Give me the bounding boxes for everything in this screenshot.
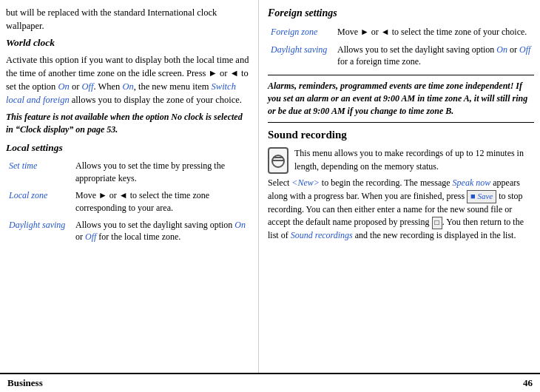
off-text: Off	[81, 81, 93, 92]
on-text2: On	[122, 81, 133, 92]
new-link: <New>	[291, 178, 320, 188]
intro-text: but will be replaced with the standard I…	[6, 6, 249, 33]
foreign-zone-label: Foreign zone	[268, 24, 334, 41]
foreign-settings-heading: Foreign settings	[268, 6, 534, 21]
daylight-saving-foreign-label: Daylight saving	[268, 41, 334, 71]
on-text: On	[58, 81, 69, 92]
notice-text: This feature is not available when the o…	[6, 112, 243, 135]
notice-block: This feature is not available when the o…	[6, 111, 249, 136]
switch-link: Switch local and foreign	[6, 81, 236, 105]
local-zone-desc: Move ► or ◄ to select the time zone corr…	[72, 187, 249, 217]
save-button-ref: ■ Save	[467, 190, 496, 203]
sound-recording-heading: Sound recording	[268, 127, 534, 143]
footer: Business 46	[0, 373, 540, 392]
icon-lines	[273, 157, 283, 161]
foreign-zone-desc: Move ► or ◄ to select the time zone of y…	[334, 24, 534, 41]
sound-recording-section: Sound recording This menu allows you to …	[268, 127, 534, 242]
footer-right: 46	[523, 377, 533, 389]
icon-line	[273, 157, 283, 158]
table-row: Daylight saving Allows you to set the da…	[6, 217, 249, 246]
footer-left: Business	[7, 377, 43, 389]
daylight-saving-label: Daylight saving	[6, 217, 72, 246]
set-time-label: Set time	[6, 158, 72, 187]
local-zone-label: Local zone	[6, 187, 72, 217]
local-settings-table: Set time Allows you to set the time by p…	[6, 158, 249, 246]
icon-line	[273, 160, 283, 161]
daylight-saving-desc: Allows you to set the daylight saving op…	[72, 217, 249, 246]
alarms-notice: Alarms, reminders, programmed events are…	[268, 80, 534, 117]
sound-recording-text2: Select <New> to begin the recording. The…	[268, 177, 534, 242]
sound-recordings-link: Sound recordings	[291, 230, 353, 240]
sound-recording-text1: This menu allows you to make recordings …	[294, 147, 534, 173]
table-row: Set time Allows you to set the time by p…	[6, 158, 249, 187]
set-time-desc: Allows you to set the time by pressing t…	[72, 158, 249, 187]
world-clock-body: Activate this option if you want to disp…	[6, 53, 249, 107]
table-row: Daylight saving Allows you to set the da…	[268, 41, 534, 71]
world-clock-heading: World clock	[6, 36, 249, 50]
divider	[268, 75, 534, 75]
right-column: Foreign settings Foreign zone Move ► or …	[259, 0, 540, 373]
speak-now-text: Speak now	[453, 178, 491, 188]
divider2	[268, 122, 534, 123]
left-column: but will be replaced with the standard I…	[0, 0, 259, 373]
menu-key: □	[432, 217, 442, 229]
foreign-settings-table: Foreign zone Move ► or ◄ to select the t…	[268, 24, 534, 70]
phone-icon	[268, 147, 288, 174]
daylight-saving-foreign-desc: Allows you to set the daylight saving op…	[334, 41, 534, 71]
table-row: Local zone Move ► or ◄ to select the tim…	[6, 187, 249, 217]
table-row: Foreign zone Move ► or ◄ to select the t…	[268, 24, 534, 41]
local-settings-heading: Local settings	[6, 141, 249, 155]
